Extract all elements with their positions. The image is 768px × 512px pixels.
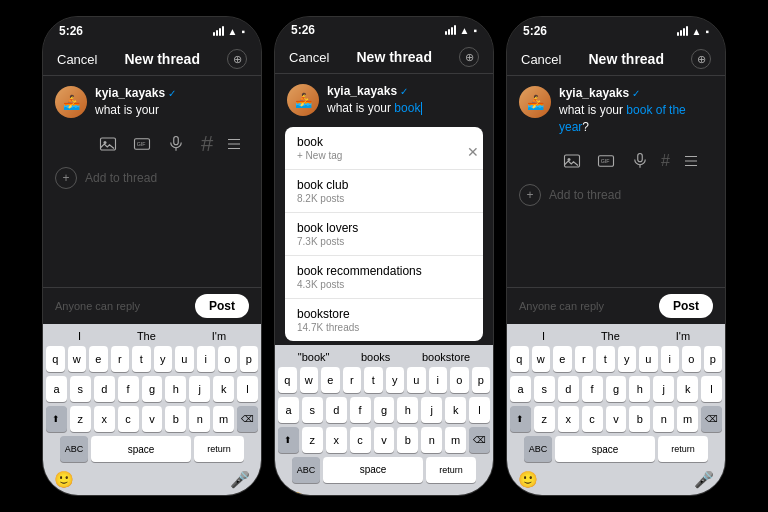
key-x[interactable]: x bbox=[94, 406, 115, 432]
hashtag-large-icon[interactable]: # bbox=[201, 131, 213, 157]
emoji-icon-1[interactable]: 🙂 bbox=[54, 470, 74, 489]
key-u[interactable]: u bbox=[175, 346, 194, 372]
key3-p[interactable]: p bbox=[704, 346, 723, 372]
post-button-3[interactable]: Post bbox=[659, 294, 713, 318]
key3-f[interactable]: f bbox=[582, 376, 603, 402]
key2-p[interactable]: p bbox=[472, 367, 491, 393]
key3-j[interactable]: j bbox=[653, 376, 674, 402]
nav-circle-icon-1[interactable]: ⊕ bbox=[227, 49, 247, 69]
key3-space[interactable]: space bbox=[555, 436, 655, 462]
key-w[interactable]: w bbox=[68, 346, 87, 372]
key-g[interactable]: g bbox=[142, 376, 163, 402]
key-q[interactable]: q bbox=[46, 346, 65, 372]
key3-q[interactable]: q bbox=[510, 346, 529, 372]
key-shift[interactable]: ⬆ bbox=[46, 406, 67, 432]
key3-shift[interactable]: ⬆ bbox=[510, 406, 531, 432]
key3-o[interactable]: o bbox=[682, 346, 701, 372]
key3-c[interactable]: c bbox=[582, 406, 603, 432]
ac-item-3[interactable]: book recommendations 4.3K posts bbox=[285, 256, 483, 299]
suggestion-1-1[interactable]: I bbox=[78, 330, 81, 342]
key2-v[interactable]: v bbox=[374, 427, 395, 453]
key3-y[interactable]: y bbox=[618, 346, 637, 372]
suggestion-1-3[interactable]: I'm bbox=[212, 330, 226, 342]
key-delete[interactable]: ⌫ bbox=[237, 406, 258, 432]
key2-l[interactable]: l bbox=[469, 397, 490, 423]
key-p[interactable]: p bbox=[240, 346, 259, 372]
ac-item-0[interactable]: book + New tag bbox=[285, 127, 483, 170]
key-s[interactable]: s bbox=[70, 376, 91, 402]
key-c[interactable]: c bbox=[118, 406, 139, 432]
key2-f[interactable]: f bbox=[350, 397, 371, 423]
key2-g[interactable]: g bbox=[374, 397, 395, 423]
mic-icon-kb-2[interactable]: 🎤 bbox=[462, 491, 482, 496]
key3-b[interactable]: b bbox=[629, 406, 650, 432]
cancel-button-2[interactable]: Cancel bbox=[289, 50, 329, 65]
thread-text-1[interactable]: what is your bbox=[95, 102, 249, 119]
key-h[interactable]: h bbox=[165, 376, 186, 402]
key3-t[interactable]: t bbox=[596, 346, 615, 372]
key3-k[interactable]: k bbox=[677, 376, 698, 402]
key2-t[interactable]: t bbox=[364, 367, 383, 393]
key-z[interactable]: z bbox=[70, 406, 91, 432]
thread-text-3[interactable]: what is your book of the year? bbox=[559, 102, 713, 136]
key2-w[interactable]: w bbox=[300, 367, 319, 393]
key3-h[interactable]: h bbox=[629, 376, 650, 402]
gif-icon-3[interactable]: GIF bbox=[593, 148, 619, 174]
image-icon-1[interactable] bbox=[95, 131, 121, 157]
key2-q[interactable]: q bbox=[278, 367, 297, 393]
key3-z[interactable]: z bbox=[534, 406, 555, 432]
ac-item-4[interactable]: bookstore 14.7K threads bbox=[285, 299, 483, 341]
mic-icon-3[interactable] bbox=[627, 148, 653, 174]
ac-item-1[interactable]: book club 8.2K posts bbox=[285, 170, 483, 213]
key-b[interactable]: b bbox=[165, 406, 186, 432]
key-v[interactable]: v bbox=[142, 406, 163, 432]
key-abc-1[interactable]: ABC bbox=[60, 436, 88, 462]
key-f[interactable]: f bbox=[118, 376, 139, 402]
key2-m[interactable]: m bbox=[445, 427, 466, 453]
key2-return[interactable]: return bbox=[426, 457, 476, 483]
key2-abc[interactable]: ABC bbox=[292, 457, 320, 483]
suggestion-3-3[interactable]: I'm bbox=[676, 330, 690, 342]
key-d[interactable]: d bbox=[94, 376, 115, 402]
nav-circle-icon-2[interactable]: ⊕ bbox=[459, 47, 479, 67]
suggestion-3-1[interactable]: I bbox=[542, 330, 545, 342]
image-icon-3[interactable] bbox=[559, 148, 585, 174]
key3-r[interactable]: r bbox=[575, 346, 594, 372]
key2-e[interactable]: e bbox=[321, 367, 340, 393]
key-k[interactable]: k bbox=[213, 376, 234, 402]
key3-l[interactable]: l bbox=[701, 376, 722, 402]
nav-circle-icon-3[interactable]: ⊕ bbox=[691, 49, 711, 69]
thread-text-2[interactable]: what is your book bbox=[327, 100, 481, 117]
key3-n[interactable]: n bbox=[653, 406, 674, 432]
cancel-button-3[interactable]: Cancel bbox=[521, 52, 561, 67]
key3-d[interactable]: d bbox=[558, 376, 579, 402]
key2-y[interactable]: y bbox=[386, 367, 405, 393]
key2-x[interactable]: x bbox=[326, 427, 347, 453]
key-return-1[interactable]: return bbox=[194, 436, 244, 462]
mic-icon-kb-3[interactable]: 🎤 bbox=[694, 470, 714, 489]
key-space-1[interactable]: space bbox=[91, 436, 191, 462]
mic-icon-kb-1[interactable]: 🎤 bbox=[230, 470, 250, 489]
add-thread-label-1[interactable]: Add to thread bbox=[85, 171, 157, 185]
key2-a[interactable]: a bbox=[278, 397, 299, 423]
key3-s[interactable]: s bbox=[534, 376, 555, 402]
list-icon-3[interactable] bbox=[678, 148, 704, 174]
cancel-button-1[interactable]: Cancel bbox=[57, 52, 97, 67]
key2-shift[interactable]: ⬆ bbox=[278, 427, 299, 453]
key-l[interactable]: l bbox=[237, 376, 258, 402]
emoji-icon-2[interactable]: 🙂 bbox=[286, 491, 306, 496]
key2-space[interactable]: space bbox=[323, 457, 423, 483]
autocomplete-dropdown[interactable]: book + New tag book club 8.2K posts book… bbox=[285, 127, 483, 341]
key-a[interactable]: a bbox=[46, 376, 67, 402]
key2-z[interactable]: z bbox=[302, 427, 323, 453]
key-t[interactable]: t bbox=[132, 346, 151, 372]
key3-e[interactable]: e bbox=[553, 346, 572, 372]
key3-x[interactable]: x bbox=[558, 406, 579, 432]
key2-s[interactable]: s bbox=[302, 397, 323, 423]
key-r[interactable]: r bbox=[111, 346, 130, 372]
key2-c[interactable]: c bbox=[350, 427, 371, 453]
autocomplete-close[interactable]: ✕ bbox=[467, 144, 479, 160]
key3-m[interactable]: m bbox=[677, 406, 698, 432]
key-o[interactable]: o bbox=[218, 346, 237, 372]
list-icon-1[interactable] bbox=[221, 131, 247, 157]
